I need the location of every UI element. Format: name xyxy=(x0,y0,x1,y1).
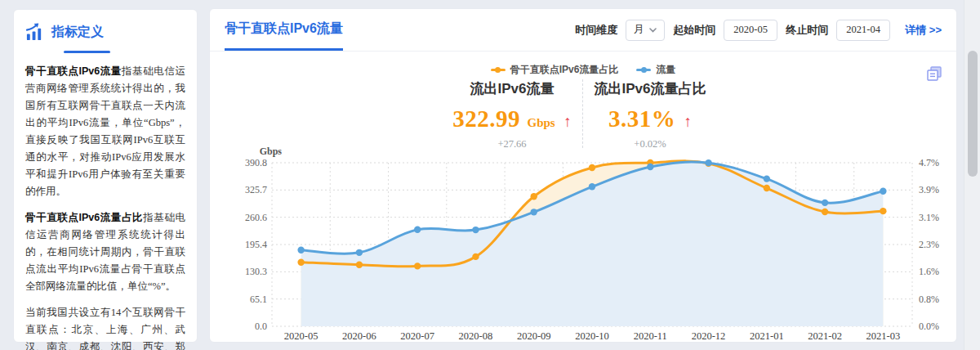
legend-item-ratio[interactable]: 骨干直联点IPv6流量占比 xyxy=(491,63,619,77)
chevron-down-icon xyxy=(649,28,657,33)
kpi-title: 流出IPv6流量占比 xyxy=(556,79,744,98)
traffic-panel: 骨干直联点IPv6流量 时间维度 月 起始时间 2020-05 终止时间 202… xyxy=(209,8,957,343)
definition-term: 骨干直联点IPv6流量 xyxy=(25,65,122,77)
svg-text:1.6%: 1.6% xyxy=(919,266,939,277)
legend-item-traffic[interactable]: 流量 xyxy=(636,63,675,77)
chart-legend: 骨干直联点IPv6流量占比 流量 xyxy=(210,63,956,77)
detail-link[interactable]: 详情 >> xyxy=(905,23,942,38)
start-time-input[interactable]: 2020-05 xyxy=(724,20,777,41)
panel-body: 骨干直联点IPv6流量占比 流量 流出IPv6流量 322.99 Gbps ↑ xyxy=(210,52,956,342)
blue-line-marker-icon xyxy=(636,69,651,71)
svg-text:4.7%: 4.7% xyxy=(919,157,939,168)
dimension-label: 时间维度 xyxy=(575,23,617,38)
up-arrow-icon: ↑ xyxy=(684,113,693,130)
data-view-icon[interactable] xyxy=(925,65,943,83)
svg-text:0.0%: 0.0% xyxy=(919,321,939,332)
x-axis-labels: 2020-052020-062020-072020-082020-092020-… xyxy=(284,330,900,342)
svg-text:2020-06: 2020-06 xyxy=(342,330,376,342)
svg-text:Gbps: Gbps xyxy=(260,146,283,157)
start-time-label: 起始时间 xyxy=(673,23,715,38)
end-time-label: 终止时间 xyxy=(786,23,828,38)
svg-text:390.8: 390.8 xyxy=(245,157,267,168)
svg-text:2020-11: 2020-11 xyxy=(634,330,667,342)
svg-text:0.0: 0.0 xyxy=(255,321,267,332)
scrollbar-track[interactable] xyxy=(964,0,980,350)
kpi-value: 3.31% xyxy=(608,105,675,132)
definition-term: 骨干直联点IPv6流量占比 xyxy=(25,212,143,223)
svg-text:3.1%: 3.1% xyxy=(919,212,939,223)
kpi-unit: Gbps xyxy=(528,116,555,129)
kpi-value: 322.99 xyxy=(452,105,520,132)
svg-text:0.8%: 0.8% xyxy=(919,294,939,305)
legend-label: 流量 xyxy=(656,63,675,77)
svg-text:2021-03: 2021-03 xyxy=(866,330,901,342)
svg-text:2020-08: 2020-08 xyxy=(459,330,493,342)
definition-paragraph: 骨干直联点IPv6流量占比指基础电信运营商网络管理系统统计得出的，在相同统计周期… xyxy=(25,209,185,295)
svg-text:2020-09: 2020-09 xyxy=(517,330,551,342)
trend-chart-icon xyxy=(25,23,44,42)
title-underline xyxy=(64,51,110,53)
svg-text:260.6: 260.6 xyxy=(245,212,267,223)
tab-backbone-ipv6-traffic[interactable]: 骨干直联点IPv6流量 xyxy=(225,9,343,51)
svg-text:2021-01: 2021-01 xyxy=(750,330,784,342)
orange-line-marker-icon xyxy=(491,69,506,71)
dimension-value: 月 xyxy=(634,23,644,37)
svg-text:195.4: 195.4 xyxy=(245,239,267,250)
svg-text:325.7: 325.7 xyxy=(245,184,267,195)
svg-text:2.3%: 2.3% xyxy=(919,239,939,250)
traffic-chart[interactable]: Gbps390.8325.7260.6195.4130.365.10.04.7%… xyxy=(210,143,958,343)
definition-paragraph: 骨干直联点IPv6流量指基础电信运营商网络管理系统统计得出的，我国所有互联网骨干… xyxy=(25,63,185,200)
svg-text:130.3: 130.3 xyxy=(245,266,267,277)
svg-text:2020-05: 2020-05 xyxy=(284,330,318,342)
time-controls: 时间维度 月 起始时间 2020-05 终止时间 2021-04 详情 >> xyxy=(575,9,942,51)
svg-text:2020-07: 2020-07 xyxy=(400,330,434,342)
svg-text:2021-02: 2021-02 xyxy=(808,330,842,342)
scrollbar-thumb[interactable] xyxy=(968,51,978,177)
dimension-select[interactable]: 月 xyxy=(626,20,665,41)
svg-text:3.9%: 3.9% xyxy=(919,184,939,195)
panel-header: 骨干直联点IPv6流量 时间维度 月 起始时间 2020-05 终止时间 202… xyxy=(210,9,956,52)
right-axis-labels: 4.7%3.9%3.1%2.3%1.6%0.8%0.0% xyxy=(919,157,939,332)
svg-text:65.1: 65.1 xyxy=(250,294,267,305)
svg-text:2020-12: 2020-12 xyxy=(692,330,726,342)
definition-panel-title: 指标定义 xyxy=(51,24,104,41)
kpi-outbound-ratio: 流出IPv6流量占比 3.31% ↑ +0.02% xyxy=(556,79,744,150)
definition-panel: 指标定义 骨干直联点IPv6流量指基础电信运营商网络管理系统统计得出的，我国所有… xyxy=(13,9,198,343)
definition-paragraph: 当前我国共设立有14个互联网骨干直联点：北京、上海、广州、武汉、南京、成都、沈阳… xyxy=(25,304,185,350)
definition-panel-header: 指标定义 xyxy=(25,23,185,42)
svg-text:2020-10: 2020-10 xyxy=(575,330,609,342)
end-time-input[interactable]: 2021-04 xyxy=(836,20,890,41)
left-axis-labels: Gbps390.8325.7260.6195.4130.365.10.0 xyxy=(245,146,282,332)
legend-label: 骨干直联点IPv6流量占比 xyxy=(510,63,619,77)
